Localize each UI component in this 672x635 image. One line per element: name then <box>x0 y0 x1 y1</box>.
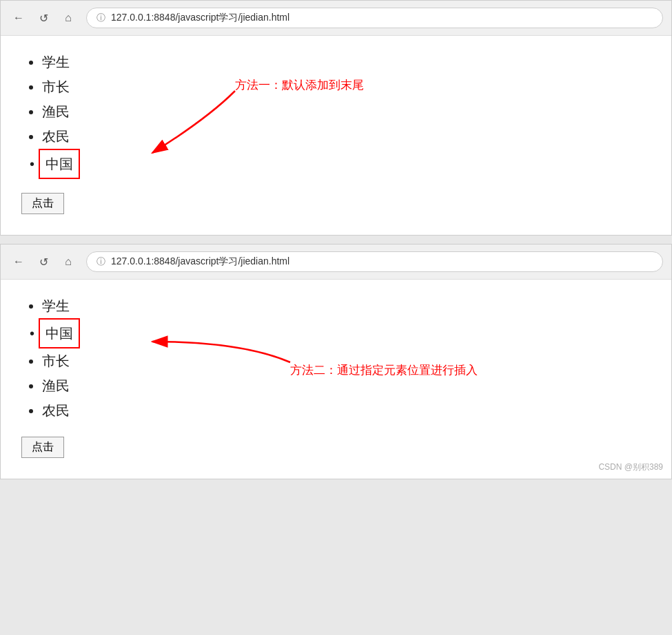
address-bar-2[interactable]: ⓘ 127.0.0.1:8848/javascript学习/jiedian.ht… <box>86 251 663 272</box>
arrow-1 <box>97 84 249 174</box>
arrow-2 <box>90 321 304 390</box>
info-icon-1: ⓘ <box>96 12 105 24</box>
refresh-button-1[interactable]: ↺ <box>34 8 53 28</box>
list-item-1-0: 学生 <box>42 50 651 74</box>
home-button-1[interactable]: ⌂ <box>59 8 78 28</box>
browser-window-2: ← ↺ ⌂ ⓘ 127.0.0.1:8848/javascript学习/jied… <box>0 244 672 479</box>
list-item-2-0: 学生 <box>42 293 651 318</box>
click-button-2[interactable]: 点击 <box>21 437 64 458</box>
address-bar-1[interactable]: ⓘ 127.0.0.1:8848/javascript学习/jiedian.ht… <box>86 8 663 28</box>
browser-chrome-2: ← ↺ ⌂ ⓘ 127.0.0.1:8848/javascript学习/jied… <box>1 244 671 280</box>
browser-window-1: ← ↺ ⌂ ⓘ 127.0.0.1:8848/javascript学习/jied… <box>0 0 672 236</box>
click-button-1[interactable]: 点击 <box>21 193 64 214</box>
annotation-1: 方法一：默认添加到末尾 <box>235 77 364 93</box>
list-item-2-4: 农民 <box>42 398 651 423</box>
nav-buttons-1: ← ↺ ⌂ <box>9 8 78 28</box>
info-icon-2: ⓘ <box>96 256 105 268</box>
url-text-2: 127.0.0.1:8848/javascript学习/jiedian.html <box>111 256 289 268</box>
browser-chrome-1: ← ↺ ⌂ ⓘ 127.0.0.1:8848/javascript学习/jied… <box>1 1 671 36</box>
browser-content-2: 学生 • 中国 市长 渔民 农民 点击 方法二：通过指定元素位置进行插入 <box>1 280 671 479</box>
annotation-2: 方法二：通过指定元素位置进行插入 <box>290 362 478 378</box>
nav-buttons-2: ← ↺ ⌂ <box>9 252 78 271</box>
back-button-1[interactable]: ← <box>9 8 28 28</box>
highlighted-item-2: 中国 <box>39 318 80 348</box>
back-button-2[interactable]: ← <box>9 252 28 271</box>
highlighted-item-1: 中国 <box>39 149 80 179</box>
watermark: CSDN @别积389 <box>598 461 663 473</box>
browser-content-1: 学生 市长 渔民 农民 • 中国 点击 方法一：默认添加到末尾 <box>1 36 671 235</box>
home-button-2[interactable]: ⌂ <box>59 252 78 271</box>
refresh-button-2[interactable]: ↺ <box>34 252 53 271</box>
url-text-1: 127.0.0.1:8848/javascript学习/jiedian.html <box>111 12 289 24</box>
